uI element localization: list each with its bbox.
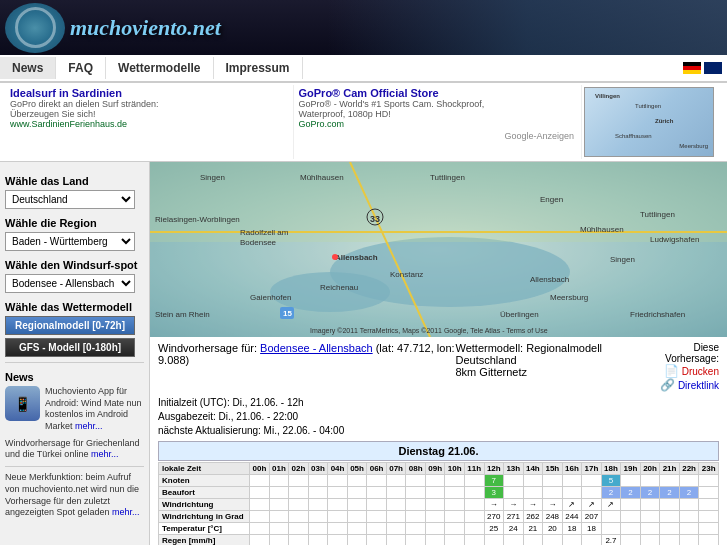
app-news-text: Muchoviento App für Android: Wind Mate n… [45,386,144,433]
svg-text:15: 15 [283,309,292,318]
output-time: Ausgabezeit: Di., 21.06. - 22:00 [158,411,358,422]
header-waves [327,0,727,55]
map-bg: 33 Singen Mühlhausen Tuttlingen Rielasin… [150,162,727,337]
nav-wettermodelle[interactable]: Wettermodelle [106,57,213,79]
map-svg: 33 Singen Mühlhausen Tuttlingen Rielasin… [150,162,727,337]
next-update: nächste Aktualisierung: Mi., 22.06. - 04… [158,425,358,436]
model-label: Wettermodell: [456,342,524,354]
table-row: Windrichtung →→→→↗↗↗ [159,499,719,511]
app-more-link[interactable]: mehr... [75,421,103,431]
forecast-title-block: Windvorhersage für: Bodensee - Allensbac… [158,342,456,392]
sidebar-divider-2 [5,466,144,467]
nav-impressum[interactable]: Impressum [214,57,303,79]
svg-text:Allensbach: Allensbach [335,253,378,262]
svg-text:Engen: Engen [540,195,563,204]
svg-text:Singen: Singen [610,255,635,264]
ad-1-text2: Überzeugen Sie sich! [10,109,288,119]
ad-1-text: GoPro direkt an dielen Surf stränden: [10,99,288,109]
grid-value: 8km Gitternetz [456,366,646,378]
svg-text:Konstanz: Konstanz [390,270,423,279]
svg-point-15 [332,254,338,260]
table-row: Beaufort 322222 [159,487,719,499]
flag-de[interactable] [683,62,701,74]
direct-link[interactable]: 🔗 Direktlink [645,378,719,392]
svg-text:Singen: Singen [200,173,225,182]
svg-rect-3 [150,242,727,337]
svg-text:Bodensee: Bodensee [240,238,277,247]
news-3-text: Neue Merkfunktion: beim Aufruf von mucho… [5,472,144,519]
map-container: 33 Singen Mühlhausen Tuttlingen Rielasin… [150,162,727,337]
validity-spacer2 [361,411,719,422]
navbar: News FAQ Wettermodelle Impressum [0,55,727,83]
app-news: 📱 Muchoviento App für Android: Wind Mate… [5,386,144,433]
sidebar-divider [5,362,144,363]
flag-uk[interactable] [704,62,722,74]
regional-model-btn[interactable]: Regionalmodell [0-72h] [5,316,135,335]
ad-1-link[interactable]: www.SardinienFerienhaus.de [10,119,288,129]
validity-spacer [361,397,719,408]
this-forecast-label: Diese Vorhersage: [645,342,719,364]
table-row: Regen [mm/h] 2.7 [159,535,719,546]
sidebar: Wähle das Land Deutschland Wähle die Reg… [0,162,150,545]
svg-text:Imagery ©2011 TerraMetrics, Ma: Imagery ©2011 TerraMetrics, Maps ©2011 G… [310,327,548,335]
gfs-model-btn[interactable]: GFS - Modell [0-180h] [5,338,135,357]
forecast-header: Windvorhersage für: Bodensee - Allensbac… [158,342,719,392]
print-section: Diese Vorhersage: 📄 Drucken 🔗 Direktlink [645,342,719,392]
svg-text:Rielasingen-Worblingen: Rielasingen-Worblingen [155,215,240,224]
svg-text:Überlingen: Überlingen [500,310,539,319]
validity-spacer3 [361,425,719,436]
day1-table: lokale Zeit 00h01h02h03h04h05h06h07h08h0… [158,462,719,545]
svg-text:Stein am Rhein: Stein am Rhein [155,310,210,319]
spot-select[interactable]: Bodensee - Allensbach [5,274,135,293]
main-content: 33 Singen Mühlhausen Tuttlingen Rielasin… [150,162,727,545]
site-header: muchoviento.net [0,0,727,55]
google-ads-label: Google-Anzeigen [299,129,577,143]
land-select[interactable]: Deutschland [5,190,135,209]
col-header-time: lokale Zeit [159,463,250,475]
svg-text:Mühlhausen: Mühlhausen [580,225,624,234]
news-2-link[interactable]: mehr... [91,449,119,459]
table-row: Windrichtung in Grad 270271262248244207 [159,511,719,523]
ads-bar: Idealsurf in Sardinien GoPro direkt an d… [0,83,727,162]
ad-1-title[interactable]: Idealsurf in Sardinien [10,87,288,99]
svg-text:33: 33 [370,214,380,224]
forecast-area: Windvorhersage für: Bodensee - Allensbac… [150,337,727,545]
news-2-text: Windvorhersage für Griechenland und die … [5,438,144,461]
region-title: Wähle die Region [5,217,144,229]
ad-2-title[interactable]: GoPro® Cam Official Store [299,87,577,99]
nav-news[interactable]: News [0,57,56,79]
news-title: News [5,371,144,383]
ad-2-text2: Waterproof, 1080p HD! [299,109,577,119]
svg-text:Mühlhausen: Mühlhausen [300,173,344,182]
svg-text:Meersburg: Meersburg [550,293,588,302]
svg-text:Tuttlingen: Tuttlingen [640,210,675,219]
news-3-link[interactable]: mehr... [112,507,140,517]
init-time: Initialzeit (UTC): Di., 21.06. - 12h [158,397,358,408]
svg-text:Tuttlingen: Tuttlingen [430,173,465,182]
nav-faq[interactable]: FAQ [56,57,106,79]
spot-title: Wähle den Windsurf-spot [5,259,144,271]
svg-text:Friedrichshafen: Friedrichshafen [630,310,685,319]
site-logo-text: muchoviento.net [70,15,221,41]
mini-map: Villingen Tuttlingen Zürich Schaffhausen… [584,87,714,157]
svg-text:Gaienhofen: Gaienhofen [250,293,291,302]
forecast-spot-link[interactable]: Bodensee - Allensbach [260,342,373,354]
forecast-model-block: Wettermodell: Regionalmodell Deutschland… [456,342,646,392]
ad-2: GoPro® Cam Official Store GoPro® - World… [294,85,583,159]
app-icon: 📱 [5,386,40,421]
main-layout: Wähle das Land Deutschland Wähle die Reg… [0,162,727,545]
ad-2-link[interactable]: GoPro.com [299,119,577,129]
svg-text:Ludwigshafen: Ludwigshafen [650,235,699,244]
print-link[interactable]: 📄 Drucken [645,364,719,378]
ad-1: Idealsurf in Sardinien GoPro direkt an d… [5,85,294,159]
model-title: Wähle das Wettermodell [5,301,144,313]
map-thumbnail-area: Villingen Tuttlingen Zürich Schaffhausen… [582,85,722,159]
region-select[interactable]: Baden - Württemberg [5,232,135,251]
day1-header: Dienstag 21.06. [158,441,719,461]
land-title: Wähle das Land [5,175,144,187]
site-logo-swirl [5,3,65,53]
forecast-title-text: Windvorhersage für: [158,342,257,354]
table-row: Knoten 75 [159,475,719,487]
table-row: Temperatur [°C] 252421201818 [159,523,719,535]
svg-text:Allensbach: Allensbach [530,275,569,284]
